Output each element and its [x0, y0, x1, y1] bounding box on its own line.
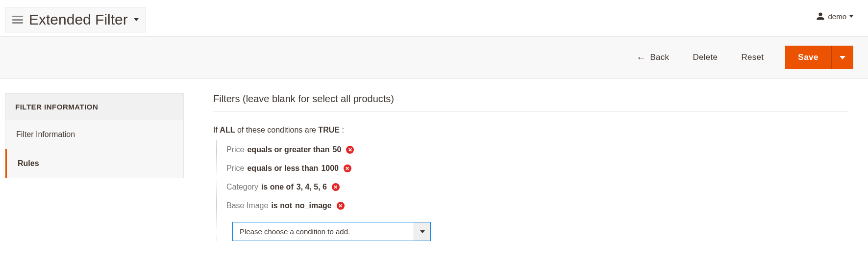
action-toolbar: ← Back Delete Reset Save [0, 36, 868, 79]
caret-down-icon [849, 15, 853, 18]
account-menu[interactable]: demo [816, 12, 853, 21]
condition-operator[interactable]: is not [271, 201, 292, 210]
condition-value[interactable]: 50 [333, 145, 342, 154]
side-nav-filter-information[interactable]: Filter Information [5, 120, 183, 149]
side-nav-heading: FILTER INFORMATION [5, 94, 183, 120]
main-panel: Filters (leave blank for select all prod… [213, 93, 863, 241]
delete-button[interactable]: Delete [691, 49, 719, 66]
condition-row: Price equals or less than 1000 ✕ [226, 159, 848, 178]
reset-button[interactable]: Reset [739, 49, 766, 66]
condition-value[interactable]: no_image [295, 201, 332, 210]
save-dropdown-button[interactable] [831, 46, 853, 69]
select-dropdown-button[interactable] [414, 222, 430, 241]
condition-row: Base Image is not no_image ✕ [226, 196, 848, 215]
aggregator-link[interactable]: ALL [220, 126, 235, 134]
triangle-down-icon [840, 56, 845, 59]
condition-attribute[interactable]: Price [226, 145, 244, 154]
condition-operator[interactable]: equals or less than [247, 164, 318, 173]
condition-attribute[interactable]: Category [226, 183, 258, 191]
side-nav-rules[interactable]: Rules [5, 149, 183, 178]
add-condition-select[interactable]: Please choose a condition to add. [232, 222, 431, 241]
triangle-down-icon [420, 230, 425, 233]
page-title: Extended Filter [29, 11, 128, 28]
remove-condition-icon[interactable]: ✕ [332, 183, 340, 191]
side-nav: FILTER INFORMATION Filter Information Ru… [5, 93, 184, 178]
remove-condition-icon[interactable]: ✕ [346, 146, 354, 154]
side-nav-label: Filter Information [16, 130, 75, 138]
condition-operator[interactable]: is one of [261, 183, 294, 191]
account-name: demo [828, 12, 846, 21]
value-bool-link[interactable]: TRUE [318, 126, 340, 134]
condition-row: Price equals or greater than 50 ✕ [226, 140, 848, 159]
back-button[interactable]: ← Back [634, 49, 671, 66]
condition-value[interactable]: 3, 4, 5, 6 [297, 183, 327, 191]
condition-value[interactable]: 1000 [321, 164, 339, 173]
back-label: Back [650, 53, 669, 62]
condition-tree: Price equals or greater than 50 ✕ Price … [216, 140, 848, 241]
condition-attribute[interactable]: Price [226, 164, 244, 173]
user-icon [816, 12, 825, 21]
condition-row: Category is one of 3, 4, 5, 6 ✕ [226, 178, 848, 196]
remove-condition-icon[interactable]: ✕ [337, 202, 345, 210]
condition-attribute[interactable]: Base Image [226, 201, 268, 210]
side-nav-label: Rules [18, 159, 39, 167]
hamburger-icon [12, 16, 23, 24]
section-title: Filters (leave blank for select all prod… [213, 93, 848, 112]
arrow-left-icon: ← [636, 53, 646, 62]
condition-root: If ALL of these conditions are TRUE : [213, 126, 848, 135]
add-condition-placeholder: Please choose a condition to add. [233, 222, 414, 241]
condition-operator[interactable]: equals or greater than [247, 145, 329, 154]
save-button[interactable]: Save [785, 46, 831, 69]
page-title-dropdown[interactable]: Extended Filter [5, 7, 146, 32]
remove-condition-icon[interactable]: ✕ [344, 164, 351, 172]
caret-down-icon [134, 18, 139, 21]
